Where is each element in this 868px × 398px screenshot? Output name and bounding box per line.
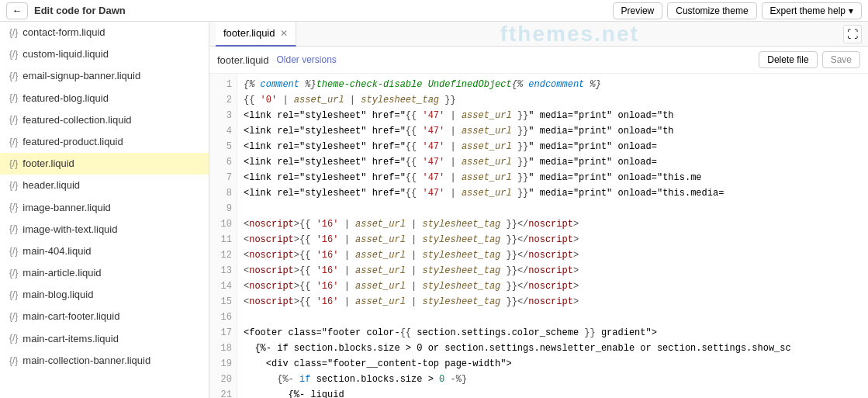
sidebar: {/}contact-form.liquid{/}custom-liquid.l… <box>0 22 209 398</box>
sidebar-file-item[interactable]: {/}featured-blog.liquid <box>0 88 209 109</box>
sidebar-file-item[interactable]: {/}contact-form.liquid <box>0 22 209 43</box>
file-name: email-signup-banner.liquid <box>22 69 140 83</box>
line-number: 3 <box>213 108 232 123</box>
file-name: main-collection-banner.liquid <box>22 354 150 368</box>
file-name: main-article.liquid <box>22 266 101 280</box>
sidebar-file-item[interactable]: {/}footer.liquid <box>0 153 209 175</box>
file-prefix-icon: {/} <box>9 332 18 345</box>
sidebar-file-item[interactable]: {/}custom-liquid.liquid <box>0 43 209 65</box>
sidebar-file-item[interactable]: {/}featured-product.liquid <box>0 131 209 153</box>
line-number: 11 <box>213 232 232 247</box>
file-name: main-cart-items.liquid <box>22 332 119 346</box>
line-number: 13 <box>213 263 232 279</box>
expert-help-button[interactable]: Expert theme help ▾ <box>762 2 862 19</box>
sidebar-file-item[interactable]: {/}main-article.liquid <box>0 262 209 284</box>
line-number: 9 <box>213 201 232 216</box>
tab-close-icon[interactable]: ✕ <box>280 29 288 38</box>
sidebar-file-item[interactable]: {/}main-cart-footer.liquid <box>0 306 209 327</box>
code-lines[interactable]: {% comment %}theme-check-disable Undefin… <box>237 74 868 398</box>
line-number: 7 <box>213 170 232 185</box>
file-name: image-with-text.liquid <box>22 223 117 237</box>
current-filename: footer.liquid <box>217 54 269 66</box>
code-line: <noscript>{{ '16' | asset_url | styleshe… <box>244 263 862 279</box>
main-layout: {/}contact-form.liquid{/}custom-liquid.l… <box>0 22 868 398</box>
file-name: custom-liquid.liquid <box>22 47 109 61</box>
chevron-down-icon: ▾ <box>849 5 853 16</box>
line-number: 4 <box>213 123 232 139</box>
line-number: 17 <box>213 325 232 341</box>
code-line: <link rel="stylesheet" href="{{ '47' | a… <box>244 154 862 170</box>
file-prefix-icon: {/} <box>9 157 18 171</box>
file-prefix-icon: {/} <box>9 92 18 105</box>
code-line <box>244 201 862 216</box>
sidebar-file-item[interactable]: {/}main-blog.liquid <box>0 284 209 306</box>
line-number: 16 <box>213 310 232 325</box>
code-line: {{ '0' | asset_url | stylesheet_tag }} <box>244 92 862 108</box>
line-number: 18 <box>213 341 232 356</box>
file-prefix-icon: {/} <box>9 223 18 236</box>
tab-bar: footer.liquid ✕ fthemes.net ⛶ <box>209 22 868 47</box>
code-line: <link rel="stylesheet" href="{{ '47' | a… <box>244 108 862 123</box>
file-info-actions: Delete file Save <box>759 51 860 68</box>
sidebar-file-item[interactable]: {/}featured-collection.liquid <box>0 109 209 131</box>
code-content: 1234567891011121314151617181920212223242… <box>209 74 868 398</box>
save-button[interactable]: Save <box>822 51 860 68</box>
expand-button[interactable]: ⛶ <box>843 25 862 43</box>
line-number: 21 <box>213 387 232 398</box>
older-versions-link[interactable]: Older versions <box>277 54 337 65</box>
file-prefix-icon: {/} <box>9 310 18 324</box>
code-line: <noscript>{{ '16' | asset_url | styleshe… <box>244 294 862 310</box>
line-number: 20 <box>213 372 232 387</box>
sidebar-file-item[interactable]: {/}main-404.liquid <box>0 241 209 262</box>
line-numbers: 1234567891011121314151617181920212223242… <box>209 74 237 398</box>
preview-button[interactable]: Preview <box>613 2 663 19</box>
file-name: featured-blog.liquid <box>22 92 109 106</box>
page-title: Edit code for Dawn <box>34 5 613 16</box>
back-icon: ← <box>12 5 22 16</box>
file-prefix-icon: {/} <box>9 201 18 214</box>
code-line: <noscript>{{ '16' | asset_url | styleshe… <box>244 247 862 263</box>
sidebar-file-item[interactable]: {/}image-banner.liquid <box>0 197 209 219</box>
file-prefix-icon: {/} <box>9 136 18 149</box>
file-name: main-404.liquid <box>22 244 91 258</box>
code-line: <link rel="stylesheet" href="{{ '47' | a… <box>244 170 862 185</box>
file-name: header.liquid <box>22 178 80 192</box>
delete-file-button[interactable]: Delete file <box>759 51 817 68</box>
file-prefix-icon: {/} <box>9 355 18 368</box>
code-line: <link rel="stylesheet" href="{{ '47' | a… <box>244 139 862 154</box>
line-number: 6 <box>213 154 232 170</box>
file-prefix-icon: {/} <box>9 289 18 302</box>
file-prefix-icon: {/} <box>9 113 18 126</box>
file-name: featured-product.liquid <box>22 135 123 149</box>
file-name: image-banner.liquid <box>22 201 110 215</box>
code-line: {%- liquid <box>244 387 862 398</box>
file-prefix-icon: {/} <box>9 267 18 280</box>
line-number: 14 <box>213 279 232 294</box>
code-editor[interactable]: 1234567891011121314151617181920212223242… <box>209 74 868 398</box>
sidebar-file-item[interactable]: {/}main-collection-banner.liquid <box>0 350 209 372</box>
file-list: {/}contact-form.liquid{/}custom-liquid.l… <box>0 22 209 372</box>
code-line: {%- if section.blocks.size > 0 -%} <box>244 372 862 387</box>
tab-label: footer.liquid <box>223 27 275 39</box>
sidebar-file-item[interactable]: {/}image-with-text.liquid <box>0 219 209 241</box>
sidebar-file-item[interactable]: {/}email-signup-banner.liquid <box>0 65 209 87</box>
line-number: 10 <box>213 216 232 232</box>
top-bar-actions: Preview Customize theme Expert theme hel… <box>613 2 862 19</box>
line-number: 1 <box>213 77 232 92</box>
code-line: <link rel="stylesheet" href="{{ '47' | a… <box>244 185 862 201</box>
back-button[interactable]: ← <box>6 2 28 19</box>
code-line: <noscript>{{ '16' | asset_url | styleshe… <box>244 232 862 247</box>
top-bar: ← Edit code for Dawn Preview Customize t… <box>0 0 868 22</box>
code-line <box>244 310 862 325</box>
file-name: footer.liquid <box>22 157 74 171</box>
editor-area: footer.liquid ✕ fthemes.net ⛶ footer.liq… <box>209 22 868 398</box>
code-line: <link rel="stylesheet" href="{{ '47' | a… <box>244 123 862 139</box>
sidebar-file-item[interactable]: {/}header.liquid <box>0 175 209 196</box>
file-info-bar: footer.liquid Older versions Delete file… <box>209 47 868 74</box>
sidebar-file-item[interactable]: {/}main-cart-items.liquid <box>0 328 209 350</box>
file-prefix-icon: {/} <box>9 245 18 258</box>
editor-tab-footer-liquid[interactable]: footer.liquid ✕ <box>216 22 296 47</box>
file-prefix-icon: {/} <box>9 179 18 192</box>
line-number: 5 <box>213 139 232 154</box>
customize-theme-button[interactable]: Customize theme <box>667 2 756 19</box>
